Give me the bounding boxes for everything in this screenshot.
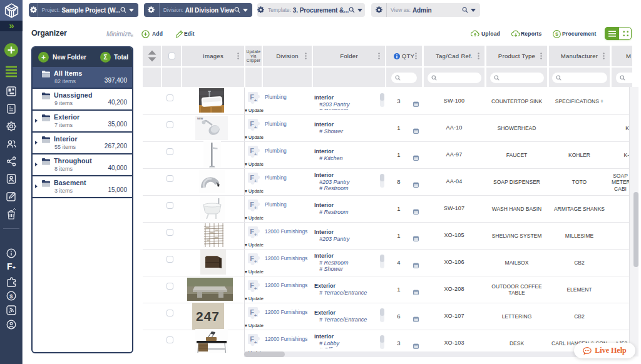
svg-text:+: + xyxy=(254,233,257,237)
svg-text:+: + xyxy=(254,152,257,156)
svg-text:NEW: NEW xyxy=(197,117,203,120)
svg-text:+: + xyxy=(254,98,257,103)
svg-text:+: + xyxy=(254,313,257,318)
svg-text:$: $ xyxy=(9,293,13,300)
svg-text:+: + xyxy=(254,125,257,129)
svg-text:+: + xyxy=(254,206,257,210)
svg-text:$: $ xyxy=(555,31,558,37)
svg-text:+: + xyxy=(254,286,257,291)
svg-text:+: + xyxy=(254,340,257,345)
svg-text:247: 247 xyxy=(196,309,220,323)
svg-text:+: + xyxy=(254,179,257,183)
svg-text:+: + xyxy=(254,260,257,264)
